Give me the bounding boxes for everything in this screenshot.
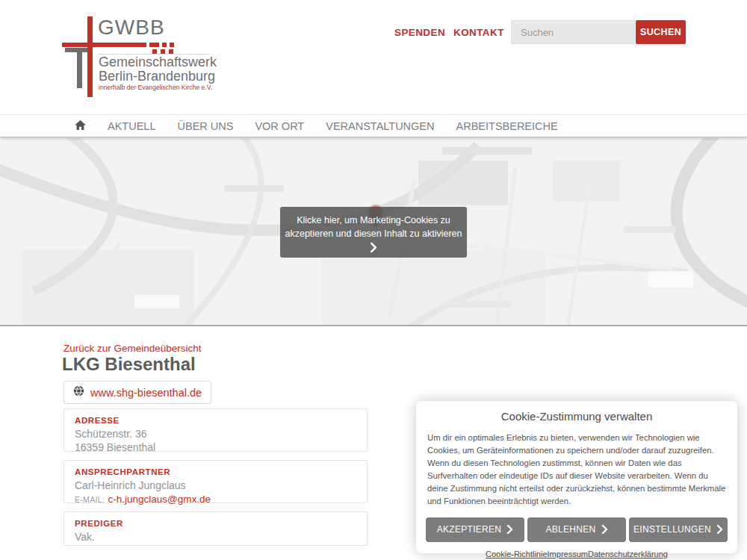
logo-cross-gray-horizontal — [65, 48, 87, 52]
card-adresse: ADRESSE Schützenstr. 36 16359 Biesenthal — [63, 408, 368, 452]
cookie-dialog-body: Um dir ein optimales Erlebnis zu bieten,… — [416, 423, 737, 508]
email-link[interactable]: c-h.jungclaus@gmx.de — [108, 494, 211, 505]
home-icon — [75, 119, 86, 133]
cookie-policy-link[interactable]: Cookie-Richtlinie — [486, 550, 548, 559]
cookie-consent-dialog: Cookie-Zustimmung verwalten Um dir ein o… — [416, 401, 737, 553]
prediger-value: Vak. — [75, 530, 356, 544]
website-link[interactable]: www.shg-biesenthal.de — [90, 387, 202, 399]
accept-button[interactable]: AKZEPTIEREN — [426, 517, 524, 542]
chevron-right-icon — [280, 243, 467, 256]
settings-button[interactable]: EINSTELLUNGEN — [629, 517, 728, 542]
email-label: E-MAIL: — [75, 495, 105, 504]
impressum-link[interactable]: Impressum — [548, 550, 588, 559]
header: GWBB Gemeinschaftswerk Berlin-Brandenbur… — [0, 0, 747, 114]
logo-acronym: GWBB — [98, 16, 165, 40]
cookie-dialog-buttons: AKZEPTIEREN ABLEHNEN EINSTELLUNGEN — [416, 517, 737, 542]
back-to-overview-link[interactable]: Zurück zur Gemeindeübersicht — [63, 343, 202, 354]
marketing-cookie-consent-overlay[interactable]: Klicke hier, um Marketing-Cookies zu akz… — [280, 207, 467, 258]
search-button[interactable]: SUCHEN — [636, 20, 686, 44]
overlay-text-line1: Klicke hier, um Marketing-Cookies zu — [280, 214, 467, 227]
card-heading: PREDIGER — [75, 519, 356, 528]
kontakt-link[interactable]: KONTAKT — [453, 27, 504, 38]
decline-button[interactable]: ABLEHNEN — [527, 517, 626, 542]
page-title: LKG Biesenthal — [62, 354, 196, 375]
logo-cross-gray-vertical — [77, 48, 82, 88]
search-input[interactable] — [511, 20, 635, 44]
logo-cross-red-horizontal — [62, 43, 146, 47]
datenschutz-link[interactable]: Datenschutzerklärung — [588, 550, 668, 559]
spenden-link[interactable]: SPENDEN — [394, 27, 445, 38]
logo-dashes-row1 — [149, 43, 174, 47]
nav-item-aktuell[interactable]: AKTUELL — [108, 120, 155, 132]
card-heading: ANSPRECHPARTNER — [75, 467, 356, 476]
card-prediger: PREDIGER Vak. — [63, 511, 368, 546]
main-nav: AKTUELL ÜBER UNS VOR ORT VERANSTALTUNGEN… — [0, 114, 747, 137]
nav-item-arbeitsbereiche[interactable]: ARBEITSBEREICHE — [456, 120, 558, 132]
cookie-dialog-links: Cookie-RichtlinieImpressumDatenschutzerk… — [416, 550, 737, 559]
nav-item-veranstaltungen[interactable]: VERANSTALTUNGEN — [326, 120, 434, 132]
nav-home[interactable] — [75, 119, 86, 133]
chevron-right-icon — [506, 525, 513, 534]
chevron-right-icon — [601, 525, 608, 534]
chevron-right-icon — [716, 525, 723, 534]
nav-item-ueber-uns[interactable]: ÜBER UNS — [177, 120, 233, 132]
address-city: 16359 Biesenthal — [75, 441, 356, 454]
globe-icon — [73, 385, 84, 399]
logo-cross-red-vertical — [87, 16, 93, 97]
contact-name: Carl-Heinrich Jungclaus — [75, 479, 356, 492]
overlay-text-line2: akzeptieren und diesen Inhalt zu aktivie… — [280, 227, 467, 240]
cookie-dialog-title: Cookie-Zustimmung verwalten — [416, 410, 737, 423]
page: GWBB Gemeinschaftswerk Berlin-Brandenbur… — [0, 0, 747, 560]
address-street: Schützenstr. 36 — [75, 427, 356, 441]
logo-name: Gemeinschaftswerk Berlin-Brandenburg — [99, 55, 217, 83]
logo-subline: innerhalb der Evangelischen Kirche e.V. — [99, 84, 212, 91]
card-ansprechpartner: ANSPRECHPARTNER Carl-Heinrich Jungclaus … — [63, 460, 368, 503]
website-chip[interactable]: www.shg-biesenthal.de — [63, 381, 211, 404]
map-preview: Klicke hier, um Marketing-Cookies zu akz… — [0, 138, 747, 326]
nav-item-vor-ort[interactable]: VOR ORT — [255, 120, 304, 132]
gwbb-logo: GWBB Gemeinschaftswerk Berlin-Brandenbur… — [62, 11, 264, 97]
card-heading: ADRESSE — [75, 416, 356, 425]
